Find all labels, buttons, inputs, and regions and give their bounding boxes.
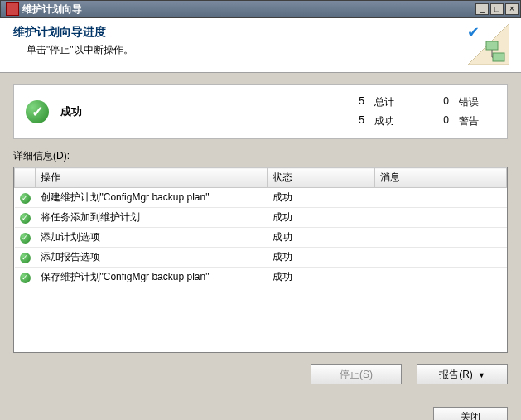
row-message bbox=[375, 268, 507, 287]
window-controls: _ □ × bbox=[475, 3, 519, 15]
maximize-button[interactable]: □ bbox=[490, 3, 504, 15]
row-status-icon: ✓ bbox=[15, 228, 36, 248]
details-label: 详细信息(D): bbox=[13, 149, 508, 163]
row-status-icon: ✓ bbox=[15, 188, 36, 208]
dropdown-arrow-icon: ▼ bbox=[478, 371, 485, 379]
row-action: 添加报告选项 bbox=[36, 248, 268, 268]
status-label: 成功 bbox=[60, 104, 176, 119]
row-status-icon: ✓ bbox=[15, 248, 36, 268]
report-button[interactable]: 报告(R)▼ bbox=[417, 364, 508, 384]
close-button[interactable]: 关闭 bbox=[433, 407, 508, 420]
success-count: 5 bbox=[351, 114, 364, 128]
col-icon[interactable] bbox=[15, 168, 36, 188]
stop-button[interactable]: 停止(S) bbox=[311, 364, 402, 384]
details-grid[interactable]: 操作 状态 消息 ✓创建维护计划"ConfigMgr backup plan"成… bbox=[13, 167, 508, 353]
title-bar: 维护计划向导 _ □ × bbox=[0, 0, 521, 18]
row-message bbox=[375, 248, 507, 268]
row-status: 成功 bbox=[268, 268, 375, 287]
row-status: 成功 bbox=[268, 228, 375, 248]
col-action[interactable]: 操作 bbox=[36, 168, 268, 188]
row-action: 创建维护计划"ConfigMgr backup plan" bbox=[36, 188, 268, 208]
table-row[interactable]: ✓将任务添加到维护计划成功 bbox=[15, 208, 507, 228]
grid-header-row: 操作 状态 消息 bbox=[15, 168, 507, 188]
wizard-header: 维护计划向导进度 单击"停止"以中断操作。 ✔ bbox=[0, 18, 521, 73]
close-window-button[interactable]: × bbox=[505, 3, 519, 15]
row-status: 成功 bbox=[268, 248, 375, 268]
row-status-icon: ✓ bbox=[15, 268, 36, 287]
row-status: 成功 bbox=[268, 208, 375, 228]
row-message bbox=[375, 228, 507, 248]
window-title: 维护计划向导 bbox=[22, 2, 475, 17]
report-button-label: 报告(R) bbox=[439, 369, 473, 380]
table-row[interactable]: ✓保存维护计划"ConfigMgr backup plan"成功 bbox=[15, 268, 507, 287]
app-icon bbox=[6, 2, 19, 16]
row-message bbox=[375, 188, 507, 208]
footer: 关闭 bbox=[0, 398, 521, 420]
row-action: 保存维护计划"ConfigMgr backup plan" bbox=[36, 268, 268, 287]
col-message[interactable]: 消息 bbox=[375, 168, 507, 188]
status-summary: ✓ 成功 5总计 5成功 0错误 0警告 bbox=[13, 84, 508, 139]
total-label: 总计 bbox=[374, 95, 394, 109]
warning-label: 警告 bbox=[459, 114, 479, 128]
table-row[interactable]: ✓创建维护计划"ConfigMgr backup plan"成功 bbox=[15, 188, 507, 208]
page-title: 维护计划向导进度 bbox=[13, 25, 508, 40]
error-label: 错误 bbox=[459, 95, 479, 109]
page-subtitle: 单击"停止"以中断操作。 bbox=[27, 43, 508, 57]
table-row[interactable]: ✓添加报告选项成功 bbox=[15, 248, 507, 268]
action-buttons: 停止(S) 报告(R)▼ bbox=[13, 353, 508, 384]
row-message bbox=[375, 208, 507, 228]
row-status: 成功 bbox=[268, 188, 375, 208]
col-status[interactable]: 状态 bbox=[268, 168, 375, 188]
success-label: 成功 bbox=[374, 114, 394, 128]
total-count: 5 bbox=[351, 95, 364, 109]
svg-rect-2 bbox=[493, 53, 504, 61]
minimize-button[interactable]: _ bbox=[475, 3, 489, 15]
svg-rect-1 bbox=[486, 41, 498, 50]
table-row[interactable]: ✓添加计划选项成功 bbox=[15, 228, 507, 248]
row-action: 将任务添加到维护计划 bbox=[36, 208, 268, 228]
status-stats: 5总计 5成功 0错误 0警告 bbox=[188, 95, 495, 128]
warning-count: 0 bbox=[436, 114, 449, 128]
header-graphic-icon bbox=[468, 23, 509, 65]
success-icon: ✓ bbox=[26, 100, 49, 123]
error-count: 0 bbox=[436, 95, 449, 109]
row-status-icon: ✓ bbox=[15, 208, 36, 228]
row-action: 添加计划选项 bbox=[36, 228, 268, 248]
